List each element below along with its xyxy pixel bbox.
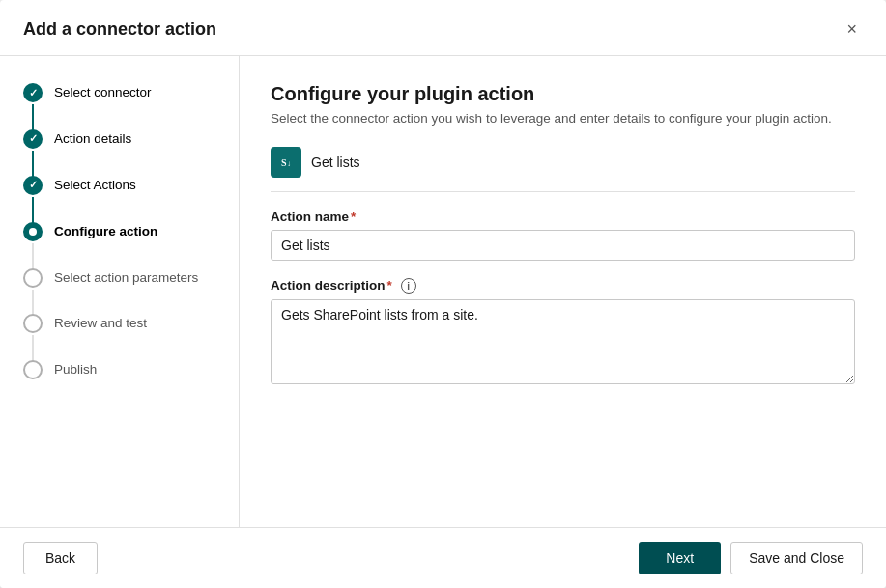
- action-name-input[interactable]: [271, 230, 855, 261]
- content-subtitle: Select the connector action you wish to …: [271, 111, 855, 126]
- step-circle-configure-action: [23, 222, 43, 241]
- step-select-actions: ✓ Select Actions: [0, 176, 239, 222]
- step-label-select-action-parameters: Select action parameters: [54, 268, 198, 315]
- back-button[interactable]: Back: [23, 542, 98, 574]
- step-circle-select-connector: ✓: [23, 83, 43, 102]
- modal-container: Add a connector action × ✓ Select connec…: [0, 0, 886, 588]
- step-publish: Publish: [0, 360, 239, 406]
- modal-body: ✓ Select connector ✓ Action details: [0, 56, 886, 527]
- step-left: [23, 268, 43, 315]
- action-description-field: Action description* i Gets SharePoint li…: [271, 278, 855, 388]
- step-action-details: ✓ Action details: [0, 129, 239, 176]
- step-label-select-connector: Select connector: [54, 83, 152, 129]
- action-icon-row: S ↓ Get lists: [271, 147, 855, 192]
- next-button[interactable]: Next: [639, 542, 721, 574]
- step-circle-action-details: ✓: [23, 129, 43, 149]
- close-button[interactable]: ×: [841, 17, 863, 42]
- step-configure-action: Configure action: [0, 222, 239, 268]
- step-check-icon: ✓: [29, 132, 38, 145]
- step-left: ✓: [23, 83, 43, 129]
- action-name-field: Action name*: [271, 210, 855, 278]
- step-select-action-parameters: Select action parameters: [0, 268, 239, 315]
- content-title: Configure your plugin action: [271, 83, 855, 105]
- sharepoint-icon: S ↓: [277, 154, 295, 171]
- modal-footer: Back Next Save and Close: [0, 527, 886, 588]
- step-left: ✓: [23, 176, 43, 222]
- action-name-label: Action name*: [271, 210, 855, 224]
- modal-header: Add a connector action ×: [0, 0, 886, 56]
- step-label-configure-action: Configure action: [54, 222, 157, 268]
- action-description-textarea[interactable]: Gets SharePoint lists from a site.: [271, 299, 855, 384]
- step-left: [23, 360, 43, 406]
- step-circle-review-and-test: [23, 314, 43, 333]
- step-label-select-actions: Select Actions: [54, 176, 136, 222]
- step-label-action-details: Action details: [54, 129, 131, 176]
- stepper: ✓ Select connector ✓ Action details: [0, 83, 239, 406]
- required-star-desc: *: [387, 278, 392, 293]
- modal-title: Add a connector action: [23, 19, 216, 40]
- action-icon: S ↓: [271, 147, 301, 178]
- footer-right: Next Save and Close: [639, 542, 863, 574]
- step-circle-publish: [23, 360, 43, 379]
- step-label-publish: Publish: [54, 360, 97, 406]
- step-circle-select-actions: ✓: [23, 176, 43, 195]
- save-close-button[interactable]: Save and Close: [730, 542, 863, 574]
- sidebar: ✓ Select connector ✓ Action details: [0, 56, 240, 527]
- svg-text:↓: ↓: [287, 159, 291, 168]
- step-circle-select-action-parameters: [23, 268, 43, 288]
- step-review-and-test: Review and test: [0, 314, 239, 360]
- required-star: *: [351, 210, 356, 224]
- step-left: [23, 222, 43, 268]
- step-select-connector: ✓ Select connector: [0, 83, 239, 129]
- step-left: [23, 314, 43, 360]
- step-check-icon: ✓: [29, 87, 38, 99]
- action-icon-label: Get lists: [311, 154, 360, 170]
- action-description-label: Action description* i: [271, 278, 855, 294]
- step-dot: [29, 228, 37, 236]
- step-label-review-and-test: Review and test: [54, 314, 147, 360]
- step-left: ✓: [23, 129, 43, 176]
- main-content: Configure your plugin action Select the …: [240, 56, 886, 527]
- info-icon[interactable]: i: [401, 278, 416, 294]
- step-check-icon: ✓: [29, 179, 38, 191]
